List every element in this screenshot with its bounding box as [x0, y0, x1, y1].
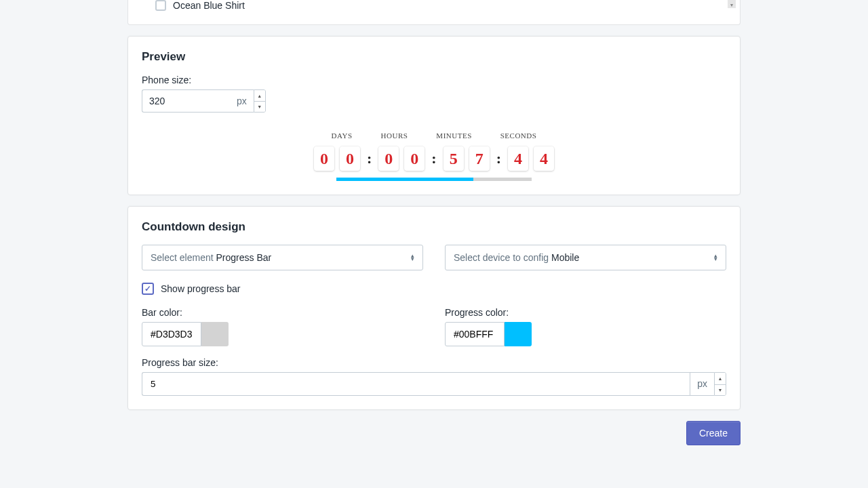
- product-row[interactable]: Ocean Blue Shirt: [155, 0, 726, 11]
- progress-size-label: Progress bar size:: [142, 357, 726, 368]
- digit-minutes-2: 7: [469, 146, 490, 171]
- label-hours: HOURS: [381, 131, 408, 140]
- colon-icon: :: [366, 150, 373, 167]
- progress-color-label: Progress color:: [445, 307, 726, 318]
- show-progress-label: Show progress bar: [161, 283, 241, 294]
- actions-row: Create: [127, 421, 741, 445]
- progress-bar-fill: [336, 178, 473, 181]
- phone-size-label: Phone size:: [142, 75, 726, 85]
- scrollbar-down-icon[interactable]: ▾: [728, 1, 736, 8]
- phone-size-input[interactable]: [142, 89, 230, 113]
- digit-seconds-2: 4: [534, 146, 554, 171]
- select-element-prefix: Select element: [151, 252, 216, 263]
- bar-color-input[interactable]: [142, 322, 201, 346]
- digit-minutes-1: 5: [443, 146, 464, 171]
- bar-color-swatch[interactable]: [201, 322, 229, 346]
- phone-size-step-down[interactable]: ▼: [254, 101, 265, 112]
- select-arrows-icon: ▴▾: [714, 254, 717, 261]
- scrollbar[interactable]: ▾: [728, 0, 736, 8]
- checkbox-checked-icon: ✓: [142, 283, 154, 295]
- progress-color-input[interactable]: [445, 322, 505, 346]
- create-button[interactable]: Create: [686, 421, 741, 445]
- colon-icon: :: [495, 150, 502, 167]
- progress-color-swatch[interactable]: [505, 322, 532, 346]
- progress-bar-track: [336, 178, 532, 181]
- progress-size-unit: px: [690, 372, 714, 396]
- phone-size-input-group: px ▲ ▼: [142, 89, 726, 113]
- label-days: DAYS: [332, 131, 353, 140]
- preview-card: Preview Phone size: px ▲ ▼ DAYS HOURS MI…: [127, 36, 741, 195]
- digit-days-2: 0: [340, 146, 360, 171]
- digit-hours-2: 0: [404, 146, 425, 171]
- select-element[interactable]: Select element Progress Bar ▴▾: [142, 245, 423, 270]
- design-card: Countdown design Select element Progress…: [127, 206, 741, 410]
- bar-color-label: Bar color:: [142, 307, 423, 318]
- label-seconds: SECONDS: [500, 131, 537, 140]
- select-device[interactable]: Select device to config Mobile ▴▾: [445, 245, 726, 270]
- show-progress-checkbox[interactable]: ✓ Show progress bar: [142, 283, 726, 295]
- product-label: Ocean Blue Shirt: [173, 0, 245, 11]
- preview-title: Preview: [142, 50, 726, 64]
- digit-hours-1: 0: [378, 146, 399, 171]
- select-device-value: Mobile: [551, 252, 579, 263]
- select-element-value: Progress Bar: [216, 252, 272, 263]
- progress-size-input[interactable]: [142, 372, 690, 396]
- progress-size-step-up[interactable]: ▲: [715, 373, 726, 384]
- colon-icon: :: [430, 150, 437, 167]
- select-device-prefix: Select device to config: [454, 252, 551, 263]
- select-arrows-icon: ▴▾: [411, 254, 414, 261]
- label-minutes: MINUTES: [436, 131, 471, 140]
- design-title: Countdown design: [142, 220, 726, 234]
- products-card-fragment: Ocean Blue Shirt ▾: [127, 0, 741, 25]
- checkbox-unchecked[interactable]: [155, 0, 166, 11]
- progress-size-step-down[interactable]: ▼: [715, 384, 726, 396]
- digit-seconds-1: 4: [508, 146, 528, 171]
- phone-size-step-up[interactable]: ▲: [254, 90, 265, 101]
- countdown-preview: DAYS HOURS MINUTES SECONDS 0 0 : 0 0 : 5…: [142, 131, 726, 181]
- digit-days-1: 0: [314, 146, 334, 171]
- phone-size-unit: px: [230, 89, 254, 113]
